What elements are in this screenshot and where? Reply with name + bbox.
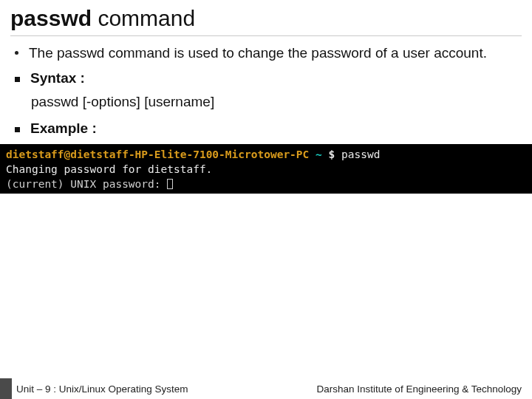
- title-divider: [10, 35, 522, 36]
- terminal-output: dietstaff@dietstaff-HP-Elite-7100-Microt…: [0, 144, 532, 194]
- term-user: dietstaff: [6, 149, 64, 160]
- term-host: dietstaff-HP-Elite-7100-Microtower-PC: [70, 149, 309, 160]
- footer-accent: [0, 378, 12, 399]
- term-prompt: $: [322, 149, 341, 160]
- slide-content: The passwd command is used to change the…: [0, 44, 532, 137]
- title-bold: passwd: [10, 6, 92, 30]
- syntax-label: Syntax :: [30, 70, 85, 86]
- term-tilde: ~: [316, 149, 322, 160]
- example-label: Example :: [30, 120, 97, 137]
- footer-institute: Darshan Institute of Engineering & Techn…: [317, 383, 532, 395]
- cursor-icon: [167, 179, 173, 189]
- term-line3: (current) UNIX password:: [6, 178, 167, 190]
- term-line2: Changing password for dietstaff.: [6, 163, 212, 175]
- slide: passwd command The passwd command is use…: [0, 0, 532, 399]
- title-rest: command: [92, 6, 195, 30]
- bullet-example: Example :: [15, 120, 522, 137]
- syntax-text: passwd [-options] [username]: [31, 94, 522, 110]
- term-cmd: passwd: [341, 149, 380, 160]
- description-text: The passwd command is used to change the…: [29, 44, 487, 63]
- bullet-description: The passwd command is used to change the…: [15, 44, 522, 63]
- term-sep: [309, 149, 316, 160]
- slide-footer: Unit – 9 : Unix/Linux Operating System D…: [0, 378, 532, 399]
- term-at: @: [64, 149, 71, 160]
- bullet-dot-icon: [15, 51, 18, 55]
- slide-title: passwd command: [0, 0, 532, 34]
- bullet-square-icon: [15, 127, 20, 132]
- footer-unit: Unit – 9 : Unix/Linux Operating System: [12, 383, 188, 395]
- bullet-square-icon: [15, 77, 20, 82]
- bullet-syntax: Syntax :: [15, 70, 522, 86]
